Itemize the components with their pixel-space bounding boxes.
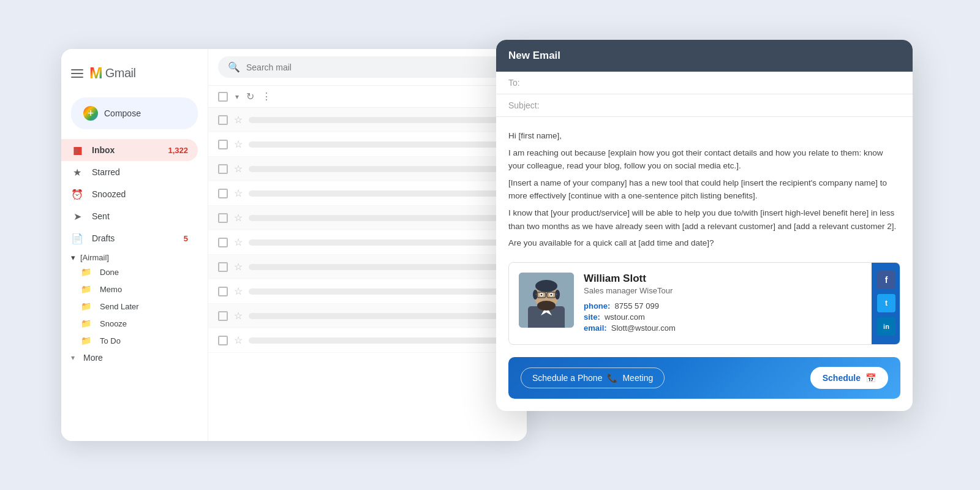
folder-snooze-icon: 📁 (81, 318, 91, 328)
email-preview-bar (249, 264, 517, 270)
sidebar-item-inbox[interactable]: ▦ Inbox 1,322 (61, 139, 198, 161)
gmail-logo: M Gmail (89, 64, 135, 83)
folder-send-later[interactable]: 📁 Send Later (61, 298, 208, 315)
star-icon[interactable]: ☆ (234, 285, 243, 297)
schedule-phone-button[interactable]: Schedule a Phone 📞 Meeting (521, 368, 665, 388)
twitter-icon[interactable]: t (877, 294, 895, 312)
more-item[interactable]: ▾ More (61, 349, 208, 366)
dropdown-icon[interactable]: ▾ (235, 92, 239, 101)
folder-send-later-icon: 📁 (81, 301, 91, 311)
sig-email-value: Slott@wstour.com (611, 323, 676, 333)
email-row[interactable]: ☆ (208, 108, 527, 132)
sidebar-item-snoozed[interactable]: ⏰ Snoozed (61, 183, 198, 205)
folder-snooze[interactable]: 📁 Snooze (61, 315, 208, 332)
to-label: To: (508, 78, 545, 88)
email-preview-bar (249, 190, 517, 197)
gmail-sidebar: M Gmail + Compose ▦ Inbox 1,322 ★ Starre… (61, 49, 208, 441)
compose-button[interactable]: + Compose (71, 97, 198, 129)
email-checkbox[interactable] (218, 336, 228, 345)
email-checkbox[interactable] (218, 311, 228, 321)
svg-point-11 (551, 293, 552, 295)
linkedin-icon[interactable]: in (877, 317, 895, 336)
phone-icon: 📞 (607, 373, 617, 383)
refresh-icon[interactable]: ↻ (246, 91, 254, 102)
email-checkbox[interactable] (218, 262, 228, 272)
search-input[interactable] (246, 62, 507, 72)
sig-email-label: email: (584, 323, 607, 333)
more-options-icon[interactable]: ⋮ (262, 91, 271, 102)
sig-info: William Slott Sales manager WiseTour pho… (584, 273, 676, 334)
select-all-checkbox[interactable] (218, 92, 228, 102)
email-signature: William Slott Sales manager WiseTour pho… (508, 262, 900, 345)
inbox-label: Inbox (92, 145, 115, 155)
email-list-toolbar: ▾ ↻ ⋮ (208, 86, 527, 108)
star-icon[interactable]: ☆ (234, 334, 243, 346)
star-icon[interactable]: ☆ (234, 261, 243, 273)
folder-memo[interactable]: 📁 Memo (61, 281, 208, 298)
inbox-badge: 1,322 (168, 146, 188, 155)
airmail-section[interactable]: ▾ [Airmail] (61, 249, 208, 263)
body-line-3: [Insert a name of your company] has a ne… (508, 176, 900, 203)
email-row[interactable]: ☆ (208, 304, 527, 328)
sidebar-item-starred[interactable]: ★ Starred (61, 161, 198, 183)
folder-done-label: Done (100, 268, 119, 277)
email-checkbox[interactable] (218, 189, 228, 198)
sig-name: William Slott (584, 273, 676, 285)
star-icon[interactable]: ☆ (234, 138, 243, 150)
sidebar-item-sent[interactable]: ➤ Sent (61, 205, 198, 227)
search-icon: 🔍 (228, 61, 240, 73)
email-preview-bar (249, 313, 517, 319)
snoozed-label: Snoozed (92, 189, 126, 199)
email-checkbox[interactable] (218, 115, 228, 125)
star-icon[interactable]: ☆ (234, 310, 243, 322)
email-checkbox[interactable] (218, 164, 228, 174)
star-icon[interactable]: ☆ (234, 163, 243, 175)
inbox-icon: ▦ (71, 144, 83, 156)
email-checkbox[interactable] (218, 213, 228, 223)
drafts-badge: 5 (184, 234, 188, 243)
facebook-icon[interactable]: f (877, 271, 895, 289)
drafts-icon: 📄 (71, 232, 83, 244)
sig-main-content: William Slott Sales manager WiseTour pho… (509, 263, 872, 344)
compose-label: Compose (104, 108, 141, 118)
airmail-label: [Airmail] (80, 253, 109, 262)
email-checkbox[interactable] (218, 140, 228, 149)
sig-email: email: Slott@wstour.com (584, 323, 676, 333)
star-icon[interactable]: ☆ (234, 236, 243, 248)
to-input[interactable] (551, 78, 900, 88)
schedule-button[interactable]: Schedule 📅 (810, 367, 888, 389)
email-checkbox[interactable] (218, 287, 228, 296)
body-line-4: I know that [your product/service] will … (508, 206, 900, 233)
email-row[interactable]: ☆ (208, 181, 527, 206)
email-row[interactable]: ☆ (208, 157, 527, 181)
star-icon[interactable]: ☆ (234, 212, 243, 224)
email-checkbox[interactable] (218, 238, 228, 247)
sig-site-label: site: (584, 312, 600, 322)
sent-icon: ➤ (71, 210, 83, 222)
more-chevron: ▾ (71, 353, 75, 362)
email-row[interactable]: ☆ (208, 328, 527, 353)
search-bar[interactable]: 🔍 (218, 56, 517, 78)
folder-done[interactable]: 📁 Done (61, 263, 208, 281)
folder-memo-icon: 📁 (81, 284, 91, 294)
subject-label: Subject: (508, 100, 545, 110)
gmail-m-letter: M (89, 64, 103, 83)
schedule-calendar-icon: 📅 (865, 373, 876, 383)
email-row[interactable]: ☆ (208, 132, 527, 157)
star-icon[interactable]: ☆ (234, 114, 243, 126)
sidebar-item-drafts[interactable]: 📄 Drafts 5 (61, 227, 198, 249)
email-row[interactable]: ☆ (208, 255, 527, 279)
sig-phone: phone: 8755 57 099 (584, 301, 676, 311)
folder-todo-label: To Do (100, 336, 121, 345)
folder-todo[interactable]: 📁 To Do (61, 332, 208, 349)
email-row[interactable]: ☆ (208, 230, 527, 255)
email-preview-bar (249, 215, 517, 221)
subject-input[interactable] (551, 100, 900, 110)
email-preview-bar (249, 288, 517, 295)
hamburger-menu[interactable] (71, 69, 83, 78)
star-icon[interactable]: ☆ (234, 187, 243, 199)
compose-body[interactable]: Hi [first name], I am reaching out becau… (496, 117, 913, 262)
email-row[interactable]: ☆ (208, 279, 527, 304)
compose-window: New Email To: Subject: Hi [first name], … (496, 40, 913, 411)
email-row[interactable]: ☆ (208, 206, 527, 230)
